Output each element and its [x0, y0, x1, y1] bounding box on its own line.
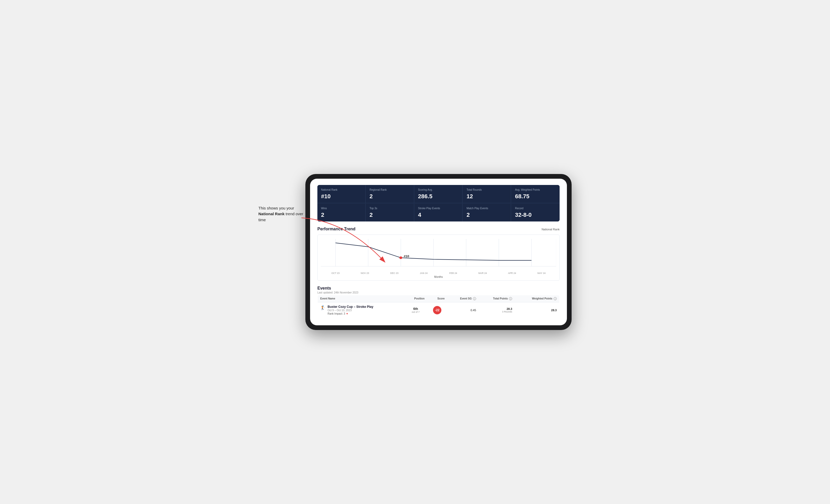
page-wrapper: This shows you your National Rank trend …	[258, 174, 572, 330]
tablet-device: National Rank #10 Regional Rank 2 Scorin…	[306, 174, 572, 330]
event-score-cell: -22	[427, 302, 447, 318]
annotation-text: This shows you your National Rank trend …	[258, 205, 306, 223]
weighted-points-cell: 28.3	[515, 302, 559, 318]
event-position-cell: 6th out of 7	[404, 302, 427, 318]
event-icon: 🏌️	[320, 305, 325, 310]
events-table: Event Name Position Score Event SG i	[317, 295, 560, 318]
performance-trend-label: National Rank	[542, 228, 560, 231]
stat-top3s: Top 3s 2	[366, 203, 414, 222]
event-name: Buster Cozy Cup – Stroke Play	[327, 305, 373, 309]
svg-point-10	[400, 257, 402, 259]
weighted-points-value: 28.3	[551, 309, 557, 312]
event-info: Buster Cozy Cup – Stroke Play Oct 9 – Oc…	[327, 305, 373, 315]
events-title: Events	[317, 286, 560, 291]
stat-match-play-events: Match Play Events 2	[463, 203, 511, 222]
events-last-updated: Last updated: 24th November 2023	[317, 291, 560, 294]
events-header: Events Last updated: 24th November 2023	[317, 286, 560, 294]
performance-trend-title: Performance Trend	[317, 227, 355, 231]
stat-national-rank: National Rank #10	[317, 185, 366, 203]
score-badge: -22	[433, 306, 441, 314]
stats-grid: National Rank #10 Regional Rank 2 Scorin…	[317, 185, 560, 222]
weighted-points-info-icon: i	[553, 297, 557, 300]
col-event-name: Event Name	[318, 295, 404, 302]
tablet-screen: National Rank #10 Regional Rank 2 Scorin…	[310, 179, 567, 325]
event-sg-cell: 0.45	[447, 302, 479, 318]
chart-x-axis: OCT 23 NOV 23 DEC 23 JAN 24 FEB 24 MAR 2…	[321, 270, 556, 274]
position-sub: out of 7	[407, 311, 424, 313]
stat-total-rounds: Total Rounds 12	[463, 185, 511, 203]
events-table-header-row: Event Name Position Score Event SG i	[318, 295, 560, 302]
chart-x-title: Months	[321, 275, 556, 278]
chart-area: #10	[321, 239, 556, 270]
performance-trend-header: Performance Trend National Rank	[317, 227, 560, 231]
total-points-cell: 28.3 3 Rounds	[479, 302, 515, 318]
table-row: 🏌️ Buster Cozy Cup – Stroke Play Oct 9 –…	[318, 302, 560, 318]
position-value: 6th	[407, 307, 424, 311]
total-points-sub: 3 Rounds	[481, 310, 512, 313]
stat-regional-rank: Regional Rank 2	[366, 185, 414, 203]
svg-text:#10: #10	[404, 254, 409, 258]
stat-avg-weighted-points: Avg. Weighted Points 68.75	[511, 185, 560, 203]
stat-scoring-avg: Scoring Avg. 286.5	[414, 185, 463, 203]
events-table-body: 🏌️ Buster Cozy Cup – Stroke Play Oct 9 –…	[318, 302, 560, 318]
rank-impact: Rank Impact: 3 ▼	[327, 312, 373, 315]
total-points-info-icon: i	[509, 297, 512, 300]
performance-chart: #10 OCT 23 NOV 23 DEC 23 JAN 24 FEB 24 M…	[317, 235, 560, 281]
col-position: Position	[404, 295, 427, 302]
event-name-cell: 🏌️ Buster Cozy Cup – Stroke Play Oct 9 –…	[318, 302, 404, 318]
event-sg-value: 0.45	[471, 309, 476, 312]
stat-stroke-play-events: Stroke Play Events 4	[414, 203, 463, 222]
col-total-points: Total Points i	[479, 295, 515, 302]
rank-impact-direction: ▼	[346, 312, 348, 315]
chart-svg: #10	[321, 239, 556, 270]
events-section: Events Last updated: 24th November 2023 …	[317, 286, 560, 318]
event-date: Oct 9 – Oct 10, 2023	[327, 309, 373, 312]
events-table-head: Event Name Position Score Event SG i	[318, 295, 560, 302]
event-sg-info-icon: i	[473, 297, 476, 300]
col-event-sg: Event SG i	[447, 295, 479, 302]
stat-wins: Wins 2	[317, 203, 366, 222]
total-points-value: 28.3	[481, 307, 512, 310]
stat-record: Record 32-8-0	[511, 203, 560, 222]
col-score: Score	[427, 295, 447, 302]
col-weighted-points: Weighted Points i	[515, 295, 559, 302]
